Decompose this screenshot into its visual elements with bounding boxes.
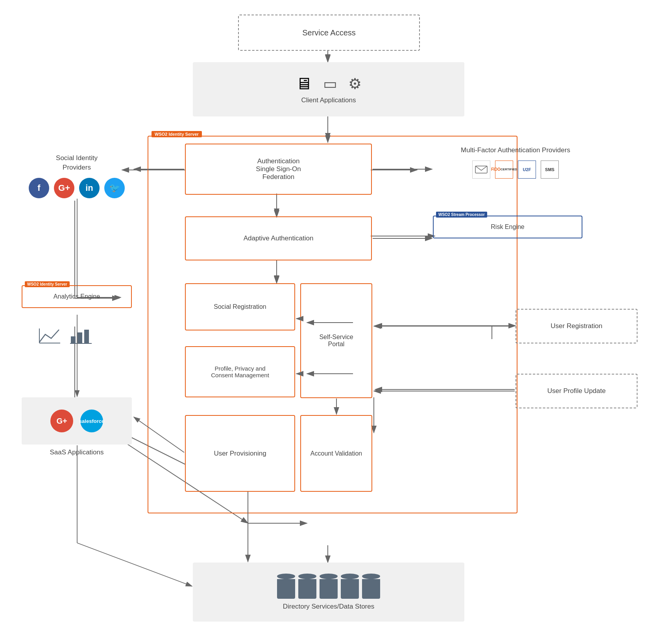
social-identity-label: Social IdentityProviders bbox=[22, 153, 132, 172]
google-saas-icon: G+ bbox=[50, 410, 73, 432]
user-provisioning-box: User Provisioning bbox=[185, 415, 295, 492]
database-icons bbox=[277, 574, 380, 599]
adaptive-auth-label: Adaptive Authentication bbox=[244, 234, 314, 242]
profile-privacy-box: Profile, Privacy and Consent Management bbox=[185, 346, 295, 397]
auth-sso-box: Authentication Single Sign-On Federation bbox=[185, 144, 372, 195]
diagram-container: Service Access 🖥 ▭ ⚙ Client Applications… bbox=[0, 0, 656, 644]
u2f-mfa-icon: U2F bbox=[518, 161, 536, 179]
stream-processor-tag: WSO2 Stream Processor bbox=[436, 212, 487, 218]
analytics-wso2-tag: WSO2 Identity Server bbox=[25, 281, 70, 287]
social-icons-row: f G+ in 🐦 bbox=[22, 178, 132, 198]
svg-rect-29 bbox=[78, 332, 82, 343]
db-cylinder-2 bbox=[298, 574, 316, 599]
client-applications-label: Client Applications bbox=[301, 96, 356, 104]
db-cylinder-5 bbox=[362, 574, 380, 599]
svg-rect-28 bbox=[71, 336, 76, 343]
adaptive-auth-box: Adaptive Authentication bbox=[185, 216, 372, 260]
profile-privacy-label: Profile, Privacy and Consent Management bbox=[211, 365, 269, 378]
svg-line-52 bbox=[77, 543, 192, 586]
user-profile-update-label: User Profile Update bbox=[547, 387, 606, 395]
mfa-providers-section: Multi-Factor Authentication Providers FI… bbox=[433, 146, 598, 179]
user-provisioning-label: User Provisioning bbox=[214, 450, 266, 458]
svg-rect-30 bbox=[84, 330, 89, 343]
sms-mfa-icon: SMS bbox=[541, 161, 559, 179]
google-plus-icon: G+ bbox=[54, 178, 74, 198]
self-service-label: Self-Service Portal bbox=[319, 334, 353, 348]
account-validation-label: Account Validation bbox=[310, 450, 362, 457]
monitor-icon: 🖥 bbox=[296, 74, 312, 93]
chart-icons bbox=[37, 327, 92, 344]
service-access-box: Service Access bbox=[238, 15, 420, 51]
saas-applications-box: G+ salesforce bbox=[22, 397, 132, 445]
social-registration-box: Social Registration bbox=[185, 283, 295, 330]
mfa-label: Multi-Factor Authentication Providers bbox=[433, 146, 598, 155]
wso2-is-tag: WSO2 Identity Server bbox=[152, 131, 202, 137]
analytics-engine-label: Analytics Engine bbox=[54, 293, 100, 300]
analytics-engine-box: WSO2 Identity Server Analytics Engine bbox=[22, 285, 132, 308]
client-applications-box: 🖥 ▭ ⚙ Client Applications bbox=[193, 62, 464, 116]
account-validation-box: Account Validation bbox=[300, 415, 372, 492]
saas-label: SaaS Applications bbox=[22, 448, 132, 456]
email-mfa-icon bbox=[472, 161, 490, 179]
user-registration-box: User Registration bbox=[516, 309, 638, 343]
saas-icons-row: G+ salesforce bbox=[49, 410, 105, 432]
salesforce-icon: salesforce bbox=[80, 410, 103, 432]
mfa-icons-row: FIDOCERTIFIED U2F SMS bbox=[433, 161, 598, 179]
directory-services-box: Directory Services/Data Stores bbox=[193, 563, 464, 622]
db-cylinder-4 bbox=[341, 574, 359, 599]
social-reg-label: Social Registration bbox=[214, 303, 266, 310]
tablet-icon: ▭ bbox=[323, 75, 337, 92]
linkedin-icon: in bbox=[79, 178, 100, 198]
bar-chart-icon bbox=[69, 327, 92, 344]
risk-engine-box: WSO2 Stream Processor Risk Engine bbox=[433, 216, 582, 238]
db-cylinder-1 bbox=[277, 574, 295, 599]
risk-engine-label: Risk Engine bbox=[491, 223, 524, 230]
social-identity-providers-section: Social IdentityProviders f G+ in 🐦 bbox=[22, 153, 132, 198]
facebook-icon: f bbox=[29, 178, 49, 198]
twitter-icon: 🐦 bbox=[104, 178, 125, 198]
user-profile-update-box: User Profile Update bbox=[516, 374, 638, 408]
self-service-portal-box: Self-Service Portal bbox=[300, 283, 372, 398]
directory-services-label: Directory Services/Data Stores bbox=[283, 603, 374, 611]
gear-icon: ⚙ bbox=[348, 75, 362, 92]
line-chart-icon bbox=[37, 327, 61, 344]
user-registration-label: User Registration bbox=[551, 322, 602, 330]
service-access-label: Service Access bbox=[302, 28, 356, 37]
db-cylinder-3 bbox=[320, 574, 338, 599]
auth-sso-label: Authentication Single Sign-On Federation bbox=[256, 157, 301, 181]
fido-mfa-icon: FIDOCERTIFIED bbox=[495, 161, 513, 179]
